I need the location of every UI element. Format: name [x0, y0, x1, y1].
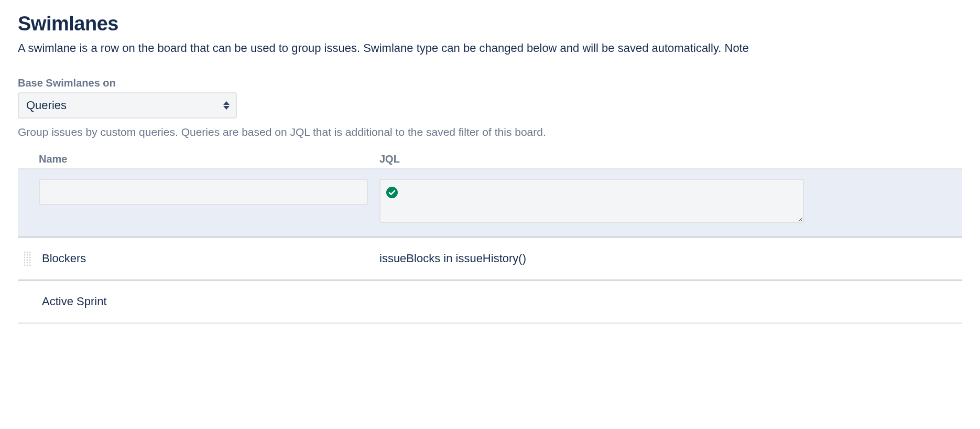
new-swimlane-name-input[interactable] — [39, 179, 368, 205]
drag-handle-icon[interactable] — [23, 251, 31, 266]
svg-point-8 — [27, 257, 28, 259]
svg-point-9 — [29, 257, 31, 259]
swimlane-jql: issueBlocks in issueHistory() — [379, 252, 962, 265]
base-swimlanes-help: Group issues by custom queries. Queries … — [18, 126, 962, 138]
swimlane-name: Blockers — [39, 252, 379, 265]
svg-point-5 — [27, 254, 28, 256]
svg-point-12 — [29, 260, 31, 261]
table-row[interactable]: Active Sprint — [18, 281, 962, 324]
svg-point-10 — [24, 260, 26, 261]
column-header-name: Name — [39, 153, 379, 165]
svg-point-17 — [27, 265, 28, 266]
svg-point-11 — [27, 260, 28, 261]
base-swimlanes-selected: Queries — [26, 99, 67, 112]
page-title: Swimlanes — [18, 13, 962, 35]
svg-point-18 — [29, 265, 31, 266]
svg-point-4 — [24, 254, 26, 256]
check-circle-icon — [386, 186, 398, 199]
svg-point-7 — [24, 257, 26, 259]
svg-point-1 — [24, 252, 26, 253]
column-header-jql: JQL — [379, 153, 962, 165]
svg-point-15 — [29, 262, 31, 264]
svg-point-6 — [29, 254, 31, 256]
swimlane-name: Active Sprint — [39, 295, 379, 308]
base-swimlanes-label: Base Swimlanes on — [18, 77, 962, 89]
table-row[interactable]: Blockers issueBlocks in issueHistory() — [18, 238, 962, 281]
new-swimlane-row — [18, 169, 962, 238]
new-swimlane-jql-input[interactable] — [379, 179, 804, 223]
base-swimlanes-select[interactable]: Queries — [18, 92, 237, 119]
svg-point-2 — [27, 252, 28, 253]
svg-point-3 — [29, 252, 31, 253]
svg-point-14 — [27, 262, 28, 264]
svg-point-16 — [24, 265, 26, 266]
page-description: A swimlane is a row on the board that ca… — [18, 41, 962, 55]
swimlane-table: Name JQL — [18, 153, 962, 324]
svg-point-13 — [24, 262, 26, 264]
